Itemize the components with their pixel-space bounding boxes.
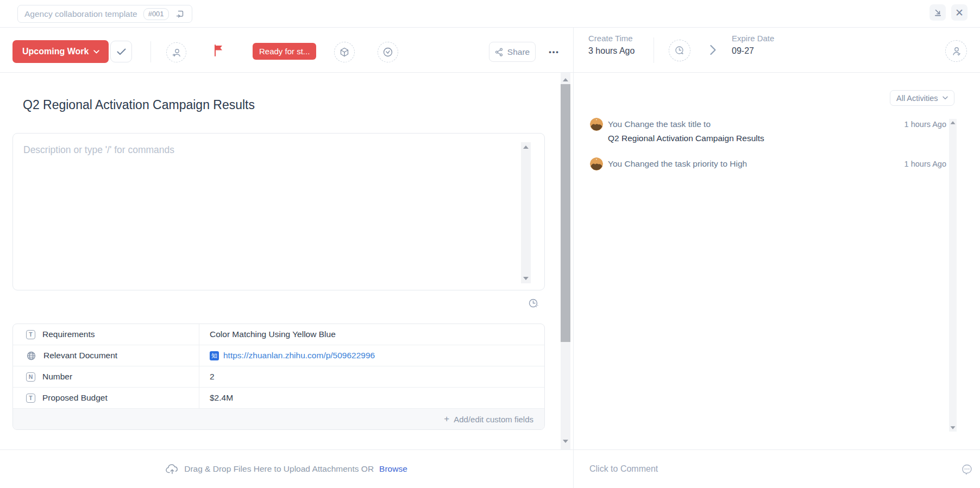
- field-label: Requirements: [42, 329, 95, 339]
- scroll-down-icon[interactable]: [523, 277, 529, 280]
- table-row[interactable]: Relevant Document 知 https://zhuanlan.zhi…: [13, 345, 544, 366]
- chevron-down-icon: [93, 50, 99, 54]
- attachment-hint: Drag & Drop Files Here to Upload Attachm…: [184, 464, 374, 474]
- dock-window-button[interactable]: [929, 4, 946, 21]
- scroll-up-icon[interactable]: [563, 78, 568, 81]
- field-label-cell: T Requirements: [13, 324, 199, 345]
- meta-header: Create Time 3 hours Ago Expire Date 09-2…: [574, 28, 980, 73]
- meta-divider: [654, 37, 654, 63]
- field-label: Relevant Document: [43, 351, 117, 360]
- field-label-cell: N Number: [13, 366, 199, 387]
- text-field-icon: T: [26, 330, 35, 339]
- share-label: Share: [507, 47, 530, 57]
- clock-icon: [674, 45, 686, 56]
- time-estimate-button[interactable]: [669, 40, 690, 61]
- add-custom-field-button[interactable]: + Add/edit custom fields: [13, 409, 544, 429]
- clock-history-icon: [527, 297, 539, 309]
- field-label-cell: Relevant Document: [13, 345, 199, 366]
- field-label-cell: T Proposed Budget: [13, 388, 199, 408]
- scrollbar-thumb[interactable]: [561, 84, 570, 342]
- activity-timestamp: 1 hours Ago: [904, 120, 946, 129]
- close-icon: ✕: [955, 8, 964, 18]
- plus-icon: +: [444, 414, 449, 424]
- description-history-button[interactable]: [527, 297, 539, 312]
- toolbar-divider: [150, 41, 151, 62]
- panel-divider: [573, 28, 574, 488]
- number-field-icon: N: [26, 372, 35, 382]
- field-value: 2: [210, 372, 215, 382]
- custom-fields-table: T Requirements Color Matching Using Yell…: [12, 324, 545, 430]
- field-value-cell[interactable]: Color Matching Using Yellow Blue: [199, 324, 544, 345]
- create-time-value: 3 hours Ago: [588, 46, 635, 56]
- text-field-icon: T: [26, 394, 35, 403]
- activity-scrollbar[interactable]: [949, 119, 957, 432]
- field-value-cell[interactable]: 2: [199, 366, 544, 387]
- field-value-cell[interactable]: $2.4M: [199, 388, 544, 408]
- duplicate-icon[interactable]: [175, 9, 185, 19]
- table-row[interactable]: T Proposed Budget $2.4M: [13, 388, 544, 409]
- field-label: Number: [42, 372, 72, 382]
- zhihu-favicon: 知: [210, 351, 219, 360]
- add-tag-button[interactable]: [334, 42, 355, 62]
- task-id-badge: #001: [143, 8, 169, 20]
- globe-icon: [26, 351, 36, 361]
- table-row[interactable]: N Number 2: [13, 366, 544, 388]
- document-title: Agency collaboration template: [24, 9, 137, 19]
- create-time-label: Create Time: [588, 34, 635, 43]
- document-link[interactable]: https://zhuanlan.zhihu.com/p/509622996: [223, 351, 375, 360]
- cube-icon: [339, 47, 350, 58]
- table-row[interactable]: T Requirements Color Matching Using Yell…: [13, 324, 544, 345]
- more-actions-button[interactable]: •••: [543, 42, 566, 62]
- attachment-dropzone[interactable]: Drag & Drop Files Here to Upload Attachm…: [0, 449, 573, 488]
- field-value-cell[interactable]: 知 https://zhuanlan.zhihu.com/p/509622996: [199, 345, 544, 366]
- description-editor[interactable]: Description or type '/' for commands: [12, 133, 545, 290]
- share-icon: [495, 48, 503, 56]
- browse-link[interactable]: Browse: [379, 464, 407, 474]
- avatar: [590, 157, 603, 170]
- comment-input[interactable]: Click to Comment: [589, 464, 658, 474]
- expire-date-value: 09-27: [732, 46, 774, 56]
- activity-text: You Change the task title to: [608, 119, 711, 129]
- expire-date-block[interactable]: Expire Date 09-27: [732, 34, 774, 56]
- person-check-icon: [951, 46, 962, 57]
- task-title[interactable]: Q2 Regional Activation Campaign Results: [23, 98, 255, 112]
- scroll-up-icon[interactable]: [523, 145, 529, 149]
- field-value: Color Matching Using Yellow Blue: [210, 329, 336, 339]
- create-time-block: Create Time 3 hours Ago: [588, 34, 635, 56]
- close-button[interactable]: ✕: [951, 4, 968, 21]
- status-badge[interactable]: Ready for st...: [253, 43, 316, 60]
- activity-detail: Q2 Regional Activation Campaign Results: [608, 134, 764, 143]
- add-checklist-button[interactable]: [378, 42, 398, 62]
- task-detail-window: Agency collaboration template #001 ✕ Upc…: [0, 0, 980, 488]
- cloud-upload-icon: [166, 464, 179, 474]
- comment-bubble-icon[interactable]: [960, 463, 973, 478]
- mark-complete-button[interactable]: [110, 41, 132, 62]
- activity-filter-dropdown[interactable]: All Activities: [890, 90, 954, 106]
- activity-timestamp: 1 hours Ago: [904, 160, 946, 168]
- share-button[interactable]: Share: [489, 42, 536, 62]
- scroll-down-icon[interactable]: [563, 440, 568, 443]
- export-icon: [933, 8, 943, 17]
- main-scrollbar[interactable]: [561, 73, 570, 449]
- check-icon: [116, 48, 127, 56]
- scroll-up-icon[interactable]: [951, 121, 956, 124]
- task-toolbar: Upcoming Work Ready for st...: [0, 28, 573, 73]
- field-value: $2.4M: [210, 393, 233, 403]
- add-assignee-button[interactable]: [166, 42, 186, 62]
- scroll-down-icon[interactable]: [951, 426, 956, 429]
- field-label: Proposed Budget: [42, 393, 108, 403]
- activity-text: You Changed the task priority to High: [608, 159, 747, 169]
- top-bar: Agency collaboration template #001 ✕: [0, 0, 980, 28]
- chevron-right-icon[interactable]: [709, 44, 717, 58]
- comment-bar: Click to Comment: [574, 449, 980, 488]
- person-add-icon: [171, 47, 182, 58]
- status-dropdown-button[interactable]: Upcoming Work: [12, 40, 109, 63]
- priority-flag-icon[interactable]: [214, 45, 224, 59]
- activity-filter-label: All Activities: [896, 94, 938, 103]
- check-circle-icon: [382, 46, 394, 58]
- add-reviewer-button[interactable]: [945, 40, 967, 62]
- document-title-box[interactable]: Agency collaboration template #001: [17, 5, 192, 23]
- status-label: Upcoming Work: [22, 47, 89, 56]
- avatar: [590, 118, 603, 131]
- description-scrollbar[interactable]: [521, 142, 531, 283]
